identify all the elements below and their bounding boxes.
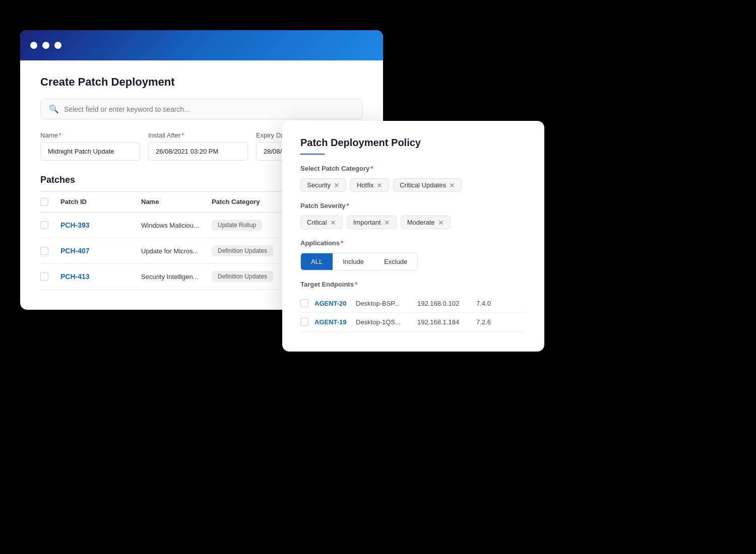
patch-severity-label: Patch Severity* bbox=[300, 202, 526, 210]
col-patch-id: Patch ID bbox=[60, 198, 141, 206]
tag-label: Moderate bbox=[407, 219, 435, 226]
header-checkbox-cell bbox=[40, 198, 60, 206]
patch-category-tag: Hotfix✕ bbox=[350, 178, 389, 192]
name-input[interactable] bbox=[40, 142, 140, 161]
install-after-group: Install After* bbox=[148, 131, 248, 161]
row-checkbox[interactable] bbox=[40, 247, 48, 255]
traffic-light-2[interactable] bbox=[42, 42, 49, 49]
patch-id-link[interactable]: PCH-413 bbox=[60, 272, 90, 281]
tag-close-icon[interactable]: ✕ bbox=[330, 219, 336, 226]
select-all-checkbox[interactable] bbox=[40, 198, 48, 206]
tag-close-icon[interactable]: ✕ bbox=[334, 182, 340, 189]
search-icon: 🔍 bbox=[49, 104, 59, 114]
patch-name: Security Intelligen... bbox=[141, 273, 212, 281]
search-input[interactable] bbox=[64, 105, 354, 113]
patch-category-badge: Update Rollup bbox=[212, 220, 262, 231]
app-exclude-button[interactable]: Exclude bbox=[374, 253, 417, 270]
endpoint-id[interactable]: AGENT-20 bbox=[314, 300, 350, 307]
row-checkbox[interactable] bbox=[40, 272, 48, 281]
page-title: Create Patch Deployment bbox=[40, 76, 363, 89]
row-checkbox-cell bbox=[40, 247, 60, 255]
tag-label: Critical Updates bbox=[400, 181, 446, 189]
tag-label: Security bbox=[307, 181, 331, 189]
policy-panel: Patch Deployment Policy Select Patch Cat… bbox=[282, 121, 544, 352]
patch-id-link[interactable]: PCH-393 bbox=[60, 221, 90, 229]
tag-label: Hotfix bbox=[357, 181, 373, 189]
endpoint-ip: 192.168.0.102 bbox=[417, 300, 470, 307]
policy-title: Patch Deployment Policy bbox=[300, 137, 526, 149]
tag-close-icon[interactable]: ✕ bbox=[449, 182, 455, 189]
tag-label: Important bbox=[353, 219, 381, 226]
titlebar bbox=[20, 30, 383, 60]
endpoint-ip: 192.168.1.184 bbox=[417, 318, 470, 326]
name-label: Name* bbox=[40, 131, 140, 139]
patch-severity-tag: Critical✕ bbox=[300, 216, 343, 229]
endpoint-host: Desktop-BSP... bbox=[356, 300, 411, 307]
endpoints-list: AGENT-20 Desktop-BSP... 192.168.0.102 7.… bbox=[300, 294, 526, 331]
patch-category-tag: Security✕ bbox=[300, 178, 346, 192]
endpoint-checkbox[interactable] bbox=[300, 318, 308, 326]
patch-category-label: Select Patch Category* bbox=[300, 165, 526, 172]
patch-severity-tags: Critical✕Important✕Moderate✕ bbox=[300, 216, 526, 229]
traffic-light-1[interactable] bbox=[30, 42, 37, 49]
tag-close-icon[interactable]: ✕ bbox=[438, 219, 444, 226]
patch-severity-tag: Important✕ bbox=[347, 216, 397, 229]
applications-toggle: ALL Include Exclude bbox=[300, 253, 418, 270]
install-after-input[interactable] bbox=[148, 142, 248, 161]
tag-close-icon[interactable]: ✕ bbox=[376, 182, 383, 189]
patch-name: Windows Maliciou... bbox=[141, 222, 212, 229]
patch-severity-tag: Moderate✕ bbox=[401, 216, 451, 229]
endpoint-host: Desktop-1QS... bbox=[356, 318, 411, 326]
endpoint-version: 7.4.0 bbox=[476, 300, 491, 307]
patch-category-badge: Definition Updates bbox=[212, 245, 273, 256]
endpoint-version: 7.2.6 bbox=[476, 318, 491, 326]
row-checkbox-cell bbox=[40, 272, 60, 281]
traffic-light-3[interactable] bbox=[54, 42, 61, 49]
row-checkbox[interactable] bbox=[40, 221, 48, 229]
patch-id-link[interactable]: PCH-407 bbox=[60, 247, 90, 255]
policy-accent-divider bbox=[300, 154, 325, 155]
install-after-label: Install After* bbox=[148, 131, 248, 139]
screen-wrapper: Create Patch Deployment 🔍 Name* Install … bbox=[0, 0, 756, 554]
tag-close-icon[interactable]: ✕ bbox=[384, 219, 390, 226]
target-endpoints-label: Target Endpoints* bbox=[300, 281, 526, 288]
row-checkbox-cell bbox=[40, 221, 60, 229]
app-include-button[interactable]: Include bbox=[333, 253, 374, 270]
name-required: * bbox=[59, 131, 61, 139]
patch-name: Update for Micros... bbox=[141, 247, 212, 255]
app-all-button[interactable]: ALL bbox=[301, 253, 333, 270]
endpoint-id[interactable]: AGENT-19 bbox=[314, 318, 350, 326]
search-bar: 🔍 bbox=[40, 99, 363, 119]
endpoint-row: AGENT-19 Desktop-1QS... 192.168.1.184 7.… bbox=[300, 313, 526, 331]
col-name: Name bbox=[141, 198, 212, 206]
endpoint-row: AGENT-20 Desktop-BSP... 192.168.0.102 7.… bbox=[300, 294, 526, 313]
applications-label: Applications* bbox=[300, 239, 526, 247]
name-group: Name* bbox=[40, 131, 140, 161]
endpoint-checkbox[interactable] bbox=[300, 299, 308, 307]
tag-label: Critical bbox=[307, 219, 327, 226]
patch-category-tag: Critical Updates✕ bbox=[393, 178, 462, 192]
patch-category-badge: Definition Updates bbox=[212, 271, 273, 282]
patch-category-tags: Security✕Hotfix✕Critical Updates✕ bbox=[300, 178, 526, 192]
